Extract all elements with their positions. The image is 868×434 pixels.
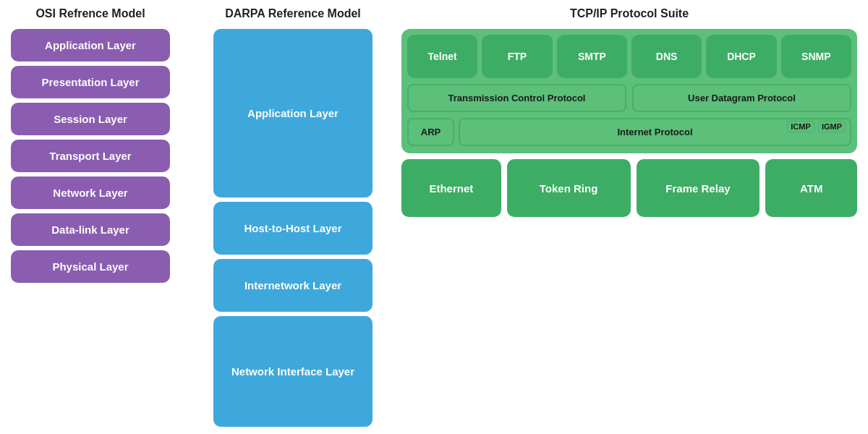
osi-header: OSI Refrence Model: [11, 7, 170, 20]
tcpip-app-box: Telnet FTP SMTP DNS DHCP SNMP Transmissi…: [401, 29, 857, 153]
proto-smtp: SMTP: [557, 35, 627, 78]
arp-box: ARP: [407, 118, 454, 146]
netif-ethernet: Ethernet: [401, 159, 501, 217]
osi-layer-transport: Transport Layer: [11, 140, 170, 172]
ip-box: Internet Protocol ICMP IGMP: [459, 118, 851, 146]
osi-layer-presentation: Presentation Layer: [11, 66, 170, 98]
proto-cards-row: Telnet FTP SMTP DNS DHCP SNMP: [407, 35, 851, 78]
osi-layer-session: Session Layer: [11, 103, 170, 135]
proto-ftp: FTP: [482, 35, 552, 78]
icmp-igmp-group: ICMP IGMP: [786, 122, 846, 131]
ip-label: Internet Protocol: [617, 127, 692, 137]
darpa-column: Application Layer Host-to-Host Layer Int…: [213, 26, 373, 427]
netif-token-ring: Token Ring: [507, 159, 631, 217]
osi-layer-application: Application Layer: [11, 29, 170, 61]
tcpip-netif-box: Ethernet Token Ring Frame Relay ATM: [401, 159, 857, 217]
osi-layer-physical: Physical Layer: [11, 250, 170, 283]
proto-telnet: Telnet: [407, 35, 477, 78]
darpa-layer-network-interface: Network Interface Layer: [213, 316, 373, 427]
darpa-layer-application: Application Layer: [213, 29, 373, 197]
netif-atm: ATM: [765, 159, 857, 217]
proto-snmp: SNMP: [781, 35, 851, 78]
darpa-layer-host: Host-to-Host Layer: [213, 202, 373, 255]
osi-column: Application Layer Presentation Layer Ses…: [11, 26, 170, 427]
udp-box: User Datagram Protocol: [632, 84, 851, 112]
netif-frame-relay: Frame Relay: [637, 159, 760, 217]
transport-row: Transmission Control Protocol User Datag…: [407, 84, 851, 112]
igmp-badge: IGMP: [818, 121, 846, 132]
internet-row: ARP Internet Protocol ICMP IGMP: [407, 118, 851, 146]
icmp-badge: ICMP: [787, 121, 814, 132]
tcpip-header: TCP/IP Protocol Suite: [401, 7, 857, 20]
osi-layer-datalink: Data-link Layer: [11, 213, 170, 246]
darpa-layer-internetwork: Internetwork Layer: [213, 259, 373, 312]
darpa-header: DARPA Reference Model: [213, 7, 373, 20]
proto-dns: DNS: [631, 35, 702, 78]
proto-dhcp: DHCP: [706, 35, 776, 78]
tcpip-column: Telnet FTP SMTP DNS DHCP SNMP Transmissi…: [401, 26, 857, 427]
osi-layer-network: Network Layer: [11, 176, 170, 209]
tcp-box: Transmission Control Protocol: [407, 84, 626, 112]
